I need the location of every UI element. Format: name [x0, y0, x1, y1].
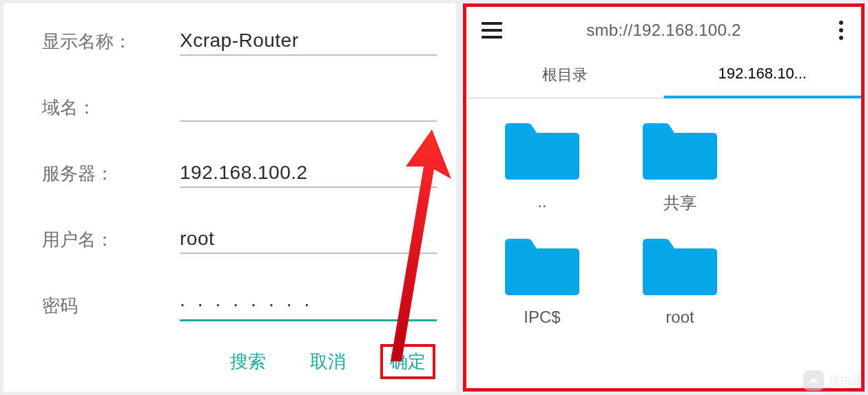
password-row: 密码	[42, 292, 437, 319]
smb-login-dialog: 显示名称： 域名： 服务器： 用户名： 密码 搜索 取消 确定	[3, 3, 456, 392]
more-icon[interactable]	[839, 21, 846, 40]
watermark-icon	[803, 370, 824, 391]
search-button[interactable]: 搜索	[220, 344, 276, 379]
server-label: 服务器：	[42, 162, 180, 186]
tab-root[interactable]: 根目录	[466, 50, 664, 98]
domain-row: 域名：	[42, 94, 437, 121]
address-text: smb://192.168.100.2	[488, 21, 839, 40]
folder-icon	[639, 233, 721, 295]
folder-icon	[501, 233, 583, 295]
ok-button[interactable]: 确定	[380, 344, 435, 379]
tab-ip[interactable]: 192.168.10...	[664, 50, 862, 98]
folder-ipc-label: IPC$	[524, 308, 560, 327]
username-input[interactable]	[180, 225, 437, 254]
server-input[interactable]	[180, 159, 437, 188]
folder-root[interactable]: root	[625, 233, 735, 327]
file-browser: smb://192.168.100.2 根目录 192.168.10... ..…	[463, 3, 865, 392]
cancel-button[interactable]: 取消	[300, 344, 355, 379]
username-label: 用户名：	[42, 228, 180, 252]
display-name-input[interactable]	[180, 27, 437, 56]
folder-icon	[501, 118, 583, 180]
password-input[interactable]	[180, 290, 437, 321]
display-name-label: 显示名称：	[42, 30, 180, 54]
password-label: 密码	[42, 294, 180, 318]
folder-share[interactable]: 共享	[625, 118, 735, 214]
folder-icon	[639, 118, 721, 180]
domain-label: 域名：	[42, 96, 180, 120]
display-name-row: 显示名称：	[42, 28, 437, 55]
watermark-text: 路由器	[829, 374, 862, 388]
watermark: 路由器	[803, 370, 862, 391]
domain-input[interactable]	[180, 93, 437, 122]
server-row: 服务器：	[42, 160, 437, 187]
folder-share-label: 共享	[663, 192, 696, 214]
action-buttons: 搜索 取消 确定	[220, 344, 435, 379]
tabs: 根目录 192.168.10...	[466, 50, 861, 98]
username-row: 用户名：	[42, 226, 437, 253]
folder-up[interactable]: ..	[487, 118, 597, 214]
folder-up-label: ..	[537, 192, 546, 211]
folder-root-label: root	[665, 308, 694, 327]
folder-ipc[interactable]: IPC$	[487, 233, 597, 327]
app-bar: smb://192.168.100.2	[466, 7, 861, 50]
folder-grid: .. 共享 IPC$ root	[466, 98, 861, 341]
